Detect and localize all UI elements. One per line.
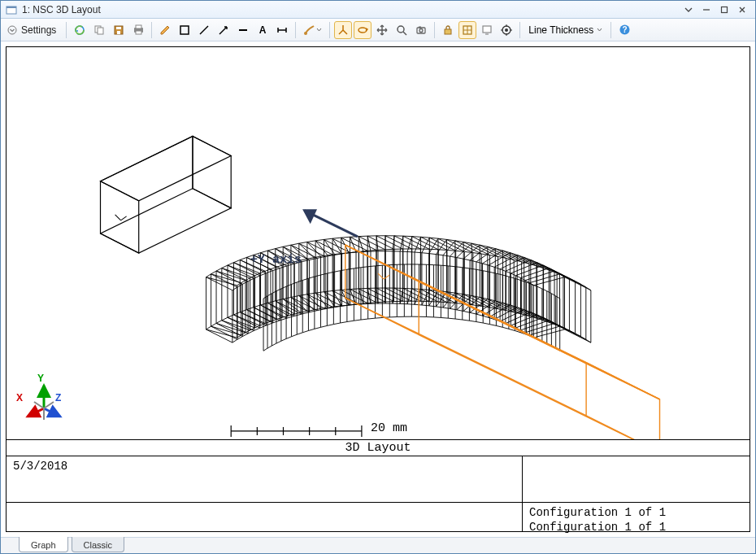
square-icon — [179, 24, 190, 36]
lock-icon — [442, 24, 454, 36]
svg-line-227 — [367, 236, 371, 251]
tab-graph[interactable]: Graph — [19, 537, 68, 552]
svg-rect-1 — [7, 7, 16, 8]
svg-rect-6 — [98, 28, 103, 34]
maximize-button[interactable] — [716, 2, 732, 17]
move-button[interactable] — [373, 21, 391, 39]
svg-line-63 — [216, 271, 242, 284]
axes-icon — [337, 24, 349, 36]
svg-point-38 — [505, 28, 508, 32]
monitor-button[interactable] — [478, 21, 496, 39]
arrow-button[interactable] — [215, 21, 232, 39]
footer-tabs: Graph Classic — [1, 537, 755, 553]
svg-line-411 — [520, 268, 549, 278]
svg-text:?: ? — [622, 25, 627, 34]
axes-button[interactable] — [334, 21, 352, 39]
copy-button[interactable] — [90, 21, 108, 39]
dimension-button[interactable] — [273, 21, 291, 39]
svg-line-100 — [240, 312, 265, 324]
camera-icon — [415, 24, 427, 36]
help-icon: ? — [619, 24, 631, 36]
svg-line-339 — [470, 246, 488, 260]
content-area: +Y axis 20 mm — [1, 41, 755, 537]
brush-icon — [303, 24, 316, 36]
svg-point-25 — [358, 28, 367, 33]
window-title: 1: NSC 3D Layout — [22, 4, 101, 15]
rectangle-button[interactable] — [176, 21, 193, 39]
separator-icon — [519, 22, 520, 38]
svg-line-24 — [343, 30, 347, 34]
info-config: Configuration 1 of 1 Configuration 1 of … — [522, 502, 749, 531]
monitor-icon — [481, 24, 493, 36]
target-icon — [501, 24, 512, 36]
grid-button[interactable] — [458, 21, 476, 39]
print-button[interactable] — [129, 21, 147, 39]
svg-line-387 — [506, 260, 531, 271]
line-button[interactable] — [195, 21, 213, 39]
tab-classic[interactable]: Classic — [72, 537, 124, 552]
dropdown-button[interactable] — [680, 2, 697, 17]
info-left-bottom — [7, 502, 522, 531]
window-icon — [6, 4, 17, 15]
svg-rect-31 — [445, 29, 451, 34]
svg-line-427 — [529, 274, 559, 283]
chevron-down-icon — [597, 27, 602, 33]
separator-icon — [295, 22, 296, 38]
config-line-2: Configuration 1 of 1 — [529, 521, 743, 535]
close-button[interactable] — [734, 2, 750, 17]
refresh-icon — [73, 24, 86, 37]
rotate-button[interactable] — [354, 21, 371, 39]
line-thickness-label: Line Thickness — [528, 24, 593, 36]
svg-rect-9 — [117, 31, 120, 34]
svg-line-64 — [216, 323, 242, 336]
save-button[interactable] — [110, 21, 128, 39]
print-icon — [133, 24, 145, 36]
svg-line-428 — [529, 326, 559, 335]
svg-line-15 — [219, 27, 227, 34]
dimension-icon — [276, 24, 288, 36]
svg-rect-13 — [180, 26, 189, 34]
grid-icon — [462, 24, 473, 36]
svg-line-284 — [422, 290, 429, 305]
info-date: 5/3/2018 — [7, 456, 522, 502]
svg-line-14 — [200, 26, 208, 34]
pencil-icon — [159, 24, 171, 36]
help-button[interactable]: ? — [615, 21, 633, 39]
svg-point-26 — [398, 26, 404, 33]
separator-icon — [66, 22, 67, 38]
target-button[interactable] — [497, 21, 515, 39]
text-button[interactable]: A — [254, 21, 272, 39]
svg-rect-8 — [116, 27, 121, 29]
hline-button[interactable] — [234, 21, 252, 39]
axis-annotation: +Y axis — [250, 253, 302, 267]
separator-icon — [329, 22, 330, 38]
zoom-button[interactable] — [393, 21, 411, 39]
separator-icon — [434, 22, 435, 38]
svg-line-72 — [222, 321, 248, 334]
lock-button[interactable] — [439, 21, 457, 39]
minimize-button[interactable] — [698, 2, 715, 17]
camera-button[interactable] — [412, 21, 430, 39]
info-panel: 5/3/2018 Configuration 1 of 1 Configurat… — [7, 456, 749, 531]
arrow-icon — [218, 24, 229, 36]
svg-line-432 — [565, 329, 591, 342]
info-right-top — [522, 456, 749, 502]
svg-line-71 — [222, 268, 248, 281]
settings-button[interactable]: Settings — [4, 21, 62, 39]
svg-line-446 — [28, 408, 44, 417]
svg-point-29 — [419, 28, 423, 32]
scale-label: 20 mm — [371, 421, 407, 435]
style-button[interactable] — [300, 21, 325, 39]
svg-point-4 — [8, 26, 16, 34]
refresh-button[interactable] — [71, 21, 89, 39]
svg-line-351 — [503, 251, 529, 264]
viewport-3d[interactable]: +Y axis 20 mm — [7, 47, 749, 439]
svg-line-388 — [506, 312, 531, 324]
svg-rect-30 — [419, 26, 421, 28]
line-thickness-button[interactable]: Line Thickness — [524, 21, 606, 39]
pencil-button[interactable] — [156, 21, 174, 39]
separator-icon — [610, 22, 611, 38]
svg-point-21 — [304, 32, 307, 35]
minus-icon — [237, 24, 249, 36]
magnifier-icon — [396, 24, 407, 36]
